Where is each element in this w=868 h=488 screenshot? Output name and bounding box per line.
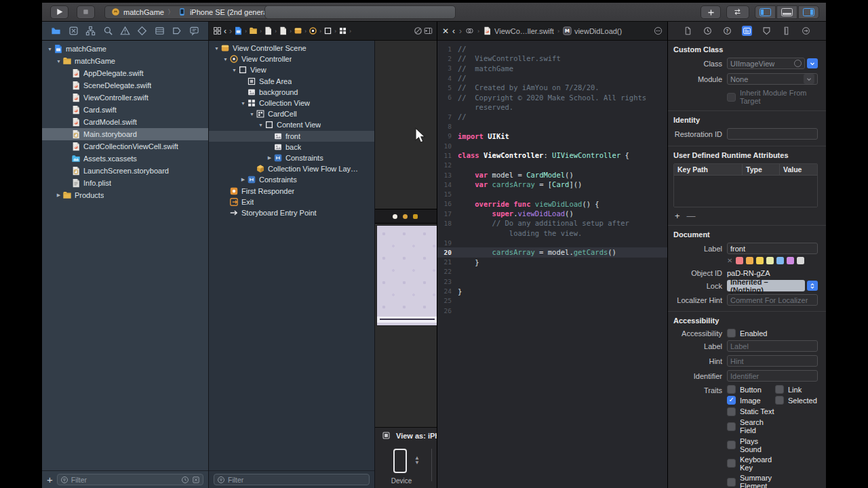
navigator-filter-field[interactable] — [57, 474, 203, 485]
tracking-icon[interactable] — [465, 26, 474, 35]
restoration-id-input[interactable] — [730, 130, 814, 138]
file-breadcrumb-icon[interactable] — [264, 26, 273, 35]
back-button[interactable]: ‹ — [452, 26, 456, 36]
code-line[interactable]: 14 var cardsArray = [Card]() — [437, 180, 667, 189]
inherit-module-checkbox[interactable] — [727, 93, 736, 102]
runtime-attributes-table[interactable]: Key PathTypeValue — [673, 163, 818, 207]
code-line[interactable]: 6// Copyright © 2020 Make School. All ri… — [437, 92, 667, 102]
trait-checkbox-button[interactable] — [727, 385, 736, 394]
label-color-swatch[interactable] — [746, 257, 753, 264]
trait-checkbox-keyboard-key[interactable] — [727, 459, 736, 468]
stop-button[interactable] — [77, 5, 95, 19]
code-line[interactable]: loading the view. — [437, 228, 667, 238]
code-line[interactable]: 7// — [437, 112, 667, 121]
document-label-input[interactable] — [730, 245, 814, 253]
size-inspector-icon[interactable] — [781, 26, 791, 36]
filter-input[interactable] — [71, 476, 178, 484]
disclosure-triangle-icon[interactable]: ▼ — [239, 101, 247, 106]
code-line[interactable]: 20 cardsArray = model.getCards() — [437, 247, 667, 257]
outline-row[interactable]: back — [209, 142, 374, 152]
xcodeproj-breadcrumb-icon[interactable] — [234, 26, 243, 35]
file-row[interactable]: CardCollectionViewCell.swift — [42, 140, 208, 152]
label-color-swatch[interactable] — [797, 257, 804, 264]
find-navigator-icon[interactable] — [103, 26, 113, 36]
code-line[interactable]: 21 } — [437, 258, 667, 267]
exit-dock-icon[interactable] — [413, 214, 418, 219]
file-row[interactable]: ▼matchGame — [42, 43, 208, 55]
scene-doc-breadcrumb-icon[interactable] — [294, 26, 302, 35]
trait-checkbox-selected[interactable] — [775, 396, 784, 405]
outline-row[interactable]: ▼Content View — [209, 119, 374, 130]
outline-row[interactable]: front — [209, 131, 374, 142]
code-line[interactable]: 24} — [437, 286, 667, 296]
label-color-swatch[interactable] — [787, 257, 794, 264]
outline-row[interactable]: Exit — [209, 197, 374, 207]
issues-navigator-icon[interactable] — [120, 26, 130, 36]
card-front-image[interactable] — [377, 226, 437, 325]
outline-row[interactable]: Storyboard Entry Point — [209, 207, 374, 218]
localizer-hint-input[interactable] — [730, 296, 814, 304]
source-control-navigator-icon[interactable] — [68, 26, 79, 36]
module-field[interactable]: None — [727, 73, 818, 85]
file-row[interactable]: Card.swift — [42, 104, 208, 116]
code-line[interactable]: 25 — [437, 296, 667, 306]
vc-circle-breadcrumb-icon[interactable] — [309, 26, 317, 35]
file-row[interactable]: SceneDelegate.swift — [42, 79, 208, 92]
remove-attribute-button[interactable]: — — [687, 211, 696, 221]
trait-checkbox-link[interactable] — [775, 385, 784, 394]
breakpoints-navigator-icon[interactable] — [172, 26, 182, 36]
code-line[interactable]: 16 override func viewDidLoad() { — [437, 199, 667, 209]
add-attribute-button[interactable]: + — [675, 211, 680, 221]
filter-input[interactable] — [228, 476, 366, 484]
add-editor-icon[interactable] — [424, 26, 433, 35]
recent-files-icon[interactable] — [181, 476, 189, 484]
file-row[interactable]: AppDelegate.swift — [42, 67, 208, 79]
identity-inspector-icon[interactable] — [742, 26, 752, 36]
project-navigator-icon[interactable] — [51, 26, 61, 36]
outline-filter-field[interactable] — [214, 474, 370, 485]
class-dropdown-button[interactable] — [807, 58, 818, 68]
disclosure-triangle-icon[interactable]: ▶ — [55, 192, 62, 198]
view-sq-breadcrumb-icon[interactable] — [323, 26, 332, 35]
disclosure-triangle-icon[interactable]: ▼ — [222, 57, 229, 62]
file-row[interactable]: ▶Products — [42, 189, 208, 201]
device-stepper[interactable]: ▲▼ — [414, 455, 420, 465]
code-line[interactable]: 10 — [437, 141, 667, 150]
close-assistant-icon[interactable]: ✕ — [442, 26, 449, 36]
code-line[interactable]: 5// Created by iAmYou on 7/28/20. — [437, 83, 667, 92]
a11y-identifier-field[interactable] — [727, 370, 818, 382]
first-responder-dock-icon[interactable] — [403, 214, 408, 219]
file-inspector-icon[interactable] — [683, 26, 693, 36]
code-line[interactable]: 8 — [437, 121, 667, 131]
tests-navigator-icon[interactable] — [137, 26, 147, 36]
outline-row[interactable]: ▼CardCell — [209, 108, 374, 119]
a11y-label-input[interactable] — [730, 342, 814, 350]
document-label-field[interactable] — [727, 243, 818, 254]
code-line[interactable]: 2// ViewController.swift — [437, 54, 667, 63]
code-line[interactable]: 15 — [437, 189, 667, 199]
file-breadcrumb-icon[interactable] — [279, 26, 288, 35]
file-row[interactable]: ViewController.swift — [42, 92, 208, 104]
file-row[interactable]: Main.storyboard — [42, 128, 208, 140]
disclosure-triangle-icon[interactable]: ▼ — [55, 59, 62, 64]
code-line[interactable]: 23 — [437, 277, 667, 286]
restoration-id-field[interactable] — [727, 128, 818, 140]
more-options-icon[interactable] — [654, 26, 663, 35]
code-line[interactable]: 11class ViewController: UIViewController… — [437, 150, 667, 160]
a11y-label-field[interactable] — [727, 340, 818, 352]
disclosure-triangle-icon[interactable]: ▼ — [231, 68, 238, 73]
code-line[interactable]: 13 var model = CardModel() — [437, 170, 667, 180]
code-line[interactable]: 4// — [437, 73, 667, 83]
a11y-hint-field[interactable] — [727, 355, 818, 367]
disclosure-triangle-icon[interactable]: ▼ — [257, 123, 264, 127]
code-line[interactable]: 9import UIKit — [437, 131, 667, 141]
class-field[interactable]: UIImageView — [727, 58, 805, 69]
label-color-none-icon[interactable]: ✕ — [727, 257, 732, 264]
device-phone-icon[interactable] — [393, 449, 407, 473]
code-line[interactable]: 18 // Do any additional setup after — [437, 218, 667, 228]
disclosure-triangle-icon[interactable]: ▼ — [248, 112, 256, 117]
outline-row[interactable]: ▼View — [209, 64, 374, 75]
related-items-icon[interactable] — [213, 26, 222, 35]
disclosure-triangle-icon[interactable]: ▼ — [46, 47, 54, 52]
history-inspector-icon[interactable] — [703, 26, 713, 36]
